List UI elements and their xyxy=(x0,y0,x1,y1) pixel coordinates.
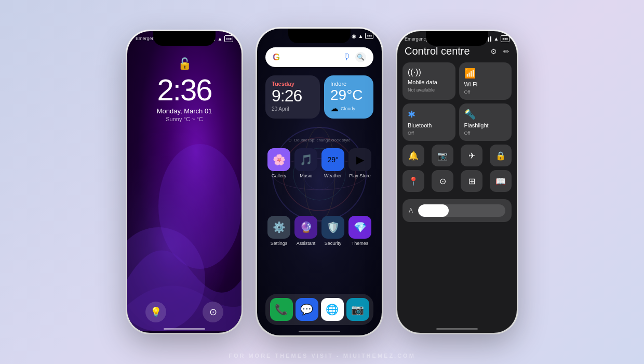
app-gallery[interactable]: 🌸 Gallery xyxy=(266,148,292,178)
cc-small-row1: 🔔 📷 ✈ 🔒 xyxy=(397,145,517,170)
assistant-icon: 🔮 xyxy=(294,216,317,239)
flashlight-tile-label: Flashlight xyxy=(464,122,507,128)
cc-tiles-row1: ((·)) Mobile data Not available 📶 Wi-Fi … xyxy=(397,62,517,103)
bluetooth-tile[interactable]: ✱ Bluetooth Off xyxy=(403,103,455,141)
rotation-tile[interactable]: 🔒 xyxy=(490,145,512,166)
home-status-icons: ◉ ▲ ▪▪▪ xyxy=(352,33,373,39)
app-playstore[interactable]: ▶ Play Store xyxy=(347,148,373,178)
widget-temp: 29°C xyxy=(330,87,367,103)
weather-icon: 29° xyxy=(321,148,344,171)
settings-icon: ⚙️ xyxy=(267,216,290,239)
wifi-tile-sub: Off xyxy=(464,89,507,95)
weather-widget[interactable]: Indore 29°C ☁ Cloudy xyxy=(324,75,373,119)
brightness-row: A xyxy=(397,196,517,226)
bluetooth-tile-sub: Off xyxy=(408,131,450,136)
watermark-text: FOR MORE THEMES VISIT - MIUITHEMEZ.COM xyxy=(0,353,644,359)
brightness-tile[interactable]: A xyxy=(403,199,512,222)
flashlight-button[interactable]: 💡 xyxy=(145,302,166,322)
notch3 xyxy=(426,31,488,46)
cc-tiles-row2: ✱ Bluetooth Off 🔦 Flashlight Off xyxy=(397,103,517,145)
dock-messages[interactable]: 💬 xyxy=(294,298,319,321)
phone-dock-icon: 📞 xyxy=(270,298,293,321)
splitscreen-tile[interactable]: ⊞ xyxy=(461,170,482,192)
homescreen-background: ◉ ▲ ▪▪▪ G 🎙 🔍 Tuesday 9:26 20 April xyxy=(257,29,382,335)
mic-icon[interactable]: 🎙 xyxy=(343,53,351,62)
app-weather[interactable]: 29° Weather xyxy=(320,148,346,178)
flashlight-tile[interactable]: 🔦 Flashlight Off xyxy=(459,103,512,141)
phone1-lockscreen: Emergency calls only ▲ ▪▪▪ 🔓 2:36 Monday… xyxy=(127,31,242,333)
cc-title: Control centre xyxy=(405,45,470,57)
app-row-1: 🌸 Gallery 🎵 Music 29° Weather ▶ Play Sto… xyxy=(265,148,373,178)
assistant-label: Assistant xyxy=(297,241,316,246)
app-assistant[interactable]: 🔮 Assistant xyxy=(293,216,319,246)
phone3-wrapper: Emergency calls o ▲ ▪▪▪ Control centre ⚙ xyxy=(397,31,517,333)
wifi-tile[interactable]: 📶 Wi-Fi Off xyxy=(459,62,512,100)
brightness-slider[interactable] xyxy=(418,204,505,217)
cc-settings-icon[interactable]: ⚙ xyxy=(490,47,497,56)
wifi-tile-label: Wi-Fi xyxy=(464,81,507,87)
messages-dock-icon: 💬 xyxy=(296,298,318,321)
app-security[interactable]: 🛡️ Security xyxy=(320,216,346,246)
brightness-low-label: A xyxy=(409,207,413,214)
silent-tile[interactable]: 🔔 xyxy=(403,145,424,166)
lock-icon: 🔓 xyxy=(178,57,192,71)
music-icon: 🎵 xyxy=(294,148,317,171)
app-settings[interactable]: ⚙️ Settings xyxy=(266,216,292,246)
widgets-row: Tuesday 9:26 20 April Indore 29°C ☁ Clou… xyxy=(265,75,373,119)
chrome-dock-icon: 🌐 xyxy=(321,298,344,321)
lock-bottom-buttons: 💡 ⊙ xyxy=(127,302,242,322)
widget-time: 9:26 xyxy=(272,87,314,105)
camera-dock-icon: 📷 xyxy=(346,298,369,321)
app-themes[interactable]: 💎 Themes xyxy=(347,216,373,246)
notch1 xyxy=(153,31,216,46)
mobile-data-icon: ((·)) xyxy=(408,68,450,77)
playstore-label: Play Store xyxy=(349,173,371,178)
wifi-icon: ▲ xyxy=(217,36,222,42)
cc-wifi-icon: ▲ xyxy=(493,36,499,42)
mobile-data-sub: Not available xyxy=(408,87,450,93)
lock-time: 2:36 xyxy=(157,75,212,105)
home-indicator-2 xyxy=(299,331,340,332)
mobile-data-tile[interactable]: ((·)) Mobile data Not available xyxy=(403,62,455,100)
mobile-data-label: Mobile data xyxy=(408,79,450,85)
widget-condition: Cloudy xyxy=(341,106,355,111)
gallery-icon: 🌸 xyxy=(267,148,290,171)
lens-icon[interactable]: 🔍 xyxy=(355,52,366,62)
settings-label: Settings xyxy=(271,241,288,246)
cc-edit-icon[interactable]: ✏ xyxy=(503,47,509,56)
clock-widget[interactable]: Tuesday 9:26 20 April xyxy=(265,75,320,119)
weather-label: Weather xyxy=(324,173,342,178)
airplane-tile[interactable]: ✈ xyxy=(461,145,482,166)
google-logo: G xyxy=(273,52,280,63)
app-row-2: ⚙️ Settings 🔮 Assistant 🛡️ Security 💎 Th… xyxy=(265,216,373,246)
security-label: Security xyxy=(325,241,342,246)
home-indicator-1 xyxy=(164,328,205,330)
widget-city: Indore xyxy=(330,81,367,87)
camera-button[interactable]: ⊙ xyxy=(203,302,223,322)
app-music[interactable]: 🎵 Music xyxy=(293,148,319,178)
double-tap-hint: ⊙ Double tap: change clock style xyxy=(257,138,382,142)
reading-tile[interactable]: 📖 xyxy=(490,170,512,192)
lock-date: Monday, March 01 xyxy=(157,107,212,115)
wifi-status-icon: ▲ xyxy=(358,33,364,39)
brightness-fill xyxy=(418,204,449,217)
wifi-tile-icon: 📶 xyxy=(464,68,507,79)
security-icon: 🛡️ xyxy=(321,216,344,239)
screenrecord-tile[interactable]: ⊙ xyxy=(432,170,453,192)
lock-content: 🔓 2:36 Monday, March 01 Sunny °C ~ °C xyxy=(127,57,242,122)
dock-chrome[interactable]: 🌐 xyxy=(319,298,345,321)
dock: 📞 💬 🌐 📷 xyxy=(265,294,373,325)
dock-phone[interactable]: 📞 xyxy=(269,298,294,321)
playstore-icon: ▶ xyxy=(348,148,371,171)
control-centre-background: Emergency calls o ▲ ▪▪▪ Control centre ⚙ xyxy=(397,31,517,333)
location-tile[interactable]: 📍 xyxy=(403,170,424,192)
music-label: Music xyxy=(300,173,312,178)
home-indicator-3 xyxy=(436,328,478,330)
dock-camera[interactable]: 📷 xyxy=(345,298,370,321)
screenshot-tile[interactable]: 📷 xyxy=(432,145,453,166)
battery-status-icon: ▪▪▪ xyxy=(365,33,373,39)
cc-small-row2: 📍 ⊙ ⊞ 📖 xyxy=(397,170,517,196)
lock-weather: Sunny °C ~ °C xyxy=(166,116,203,122)
battery-icon: ▪▪▪ xyxy=(224,35,233,42)
search-bar[interactable]: G 🎙 🔍 xyxy=(265,47,373,67)
